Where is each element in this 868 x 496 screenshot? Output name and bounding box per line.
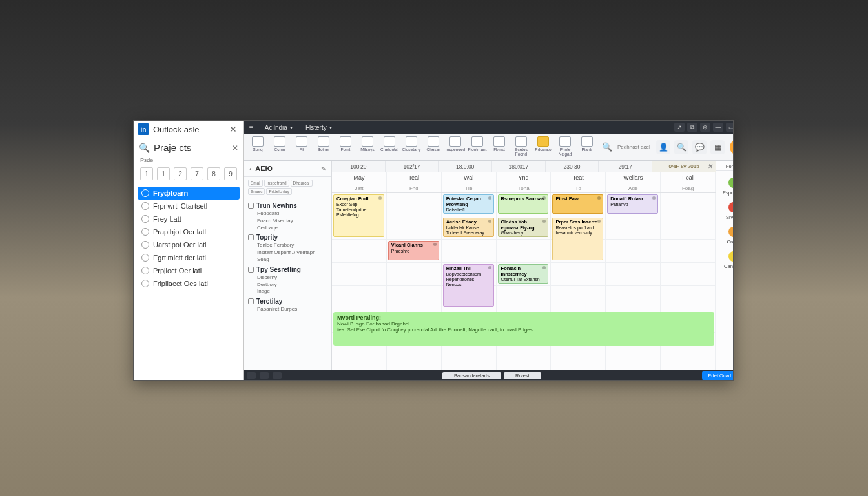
agenda-item[interactable]: Foach Viseгday [257, 218, 327, 225]
calendar-event-2[interactable]: Rsmepnts Saursas [498, 194, 549, 214]
calendar-note[interactable]: Mvortl Peraling!Nowi В. sga Eor banad Dr… [333, 312, 714, 346]
agenda-chip-1[interactable]: Inspetrand [264, 180, 289, 187]
ribbon-group-8[interactable]: Cheser [422, 136, 444, 156]
status-primary-button[interactable]: Frtef Ocad [702, 371, 734, 380]
ribbon-user-icon[interactable]: 👤 [656, 140, 670, 154]
sidebar-item-5[interactable]: Egrtimictt dеr latl [138, 251, 240, 264]
status-icon-1[interactable] [247, 372, 256, 379]
pager-cell-2[interactable]: 2 [174, 167, 187, 180]
clear-search-icon[interactable]: ✕ [232, 143, 238, 152]
checkbox-icon[interactable] [248, 203, 254, 209]
agenda-chip-3[interactable]: Sneec [248, 188, 265, 195]
agenda-chip-0[interactable]: Smal [248, 180, 263, 187]
ribbon-search-icon[interactable]: 🔍 [601, 141, 614, 154]
pager-cell-5[interactable]: 9 [224, 167, 237, 180]
calendar-event-7[interactable]: Prper Sras InserteReasrelos po fl ard be… [552, 218, 603, 260]
dow-cell: Tîe [442, 183, 497, 192]
ribbon-group-9[interactable]: Insgeneed [444, 136, 466, 156]
sidebar-item-6[interactable]: Prpjioct Oеr latl [138, 264, 240, 277]
ribbon-search2-icon[interactable]: 🔍 [674, 140, 688, 154]
status-icon-3[interactable] [273, 372, 282, 379]
pager-cell-4[interactable]: 8 [207, 167, 220, 180]
agenda-section-header[interactable]: Toprity [248, 234, 327, 241]
ribbon-group-14[interactable]: Phole Neigad [554, 136, 576, 156]
sidebar-item-2[interactable]: Fгey Latt [138, 212, 240, 225]
agenda-section-header[interactable]: Terctilay [248, 298, 327, 305]
checkbox-icon[interactable] [248, 234, 254, 240]
agenda-item[interactable]: Insitarf Ospеnf // Vеlrtapr Seag [257, 249, 327, 264]
agenda-chip-4[interactable]: Fridelchiey [266, 188, 291, 195]
sidebar-item-4[interactable]: Uarstipot Oеr latl [138, 238, 240, 251]
status-icon-2[interactable] [260, 372, 269, 379]
hamburger-icon[interactable]: ≡ [244, 124, 258, 131]
menu-item-2[interactable]: Flsterty▾ [299, 124, 338, 131]
calendar-event-1[interactable]: Foiestar Cegan ProwtengDaisshefl [443, 194, 494, 214]
ribbon-search-input[interactable]: Pedhnast acel [615, 141, 654, 154]
ribbon-group-11[interactable]: Fbinst [488, 136, 510, 156]
calendar-event-9[interactable]: Rinzall ThilDopvaectcensorn Reperldaones… [443, 264, 494, 307]
user-avatar[interactable] [730, 140, 734, 155]
calendar-event-4[interactable]: Donaifl RolasrPafianvd [607, 194, 658, 214]
agenda-item[interactable]: Inage [257, 288, 327, 295]
sidebar-search-label[interactable]: Praje cts [154, 142, 228, 153]
status-tab-1[interactable]: Bausandaretarts [442, 372, 501, 379]
ribbon-chat-icon[interactable]: 💬 [692, 140, 707, 154]
calendar-event-0[interactable]: Cmegian FodlExocr Sep Tametendprine Psfe… [333, 194, 384, 237]
agenda-item[interactable]: Cedcaqe [257, 225, 327, 232]
mini-item-3[interactable]: Canrters [723, 251, 734, 269]
dow-cell: Foag [661, 183, 716, 192]
ribbon-group-7[interactable]: Ciosetany [400, 136, 422, 156]
pager-cell-0[interactable]: 1 [140, 167, 153, 180]
calendar-event-10[interactable]: Fonlac'h InnstermeyOterrul Tar Extansh [498, 264, 549, 284]
ribbon-group-15[interactable]: Piantr [576, 136, 598, 156]
sidebar-close-icon[interactable]: ✕ [227, 124, 240, 134]
status-tab-2[interactable]: Rrvest [504, 372, 541, 379]
ribbon-label: Fit [299, 148, 304, 152]
pager-cell-3[interactable]: 7 [191, 167, 203, 180]
calendar-event-6[interactable]: Clndss Yoh egorasr Fiy-ngGbaisiheny [498, 218, 549, 237]
agenda-chip-2[interactable]: Dhaurcal [291, 180, 313, 187]
ribbon-group-5[interactable]: Milsoys [356, 136, 378, 156]
agenda-section-header[interactable]: Tpy Sesretling [248, 266, 327, 273]
mini-panel-close-icon[interactable]: ✕ [708, 163, 714, 169]
sidebar-item-3[interactable]: Prapihjot Oеr latl [138, 225, 240, 238]
pager-cell-1[interactable]: 1 [157, 167, 170, 180]
agenda-item[interactable]: Pedocard [257, 211, 327, 218]
window-button-0[interactable]: ↗ [674, 123, 685, 132]
agenda-item[interactable]: Dertbory [257, 282, 327, 289]
agenda-item[interactable]: Tenlee Fersbory [257, 242, 327, 249]
calendar-event-3[interactable]: Pinst Paw [552, 194, 603, 214]
checkbox-icon[interactable] [248, 267, 254, 273]
ribbon-group-13[interactable]: Pdosnso [532, 136, 554, 156]
date-range-cell[interactable]: 0/eF-8v 2015✕ [652, 161, 716, 172]
ribbon-grid-icon[interactable]: ▦ [710, 140, 725, 154]
ribbon-group-6[interactable]: Chefontal [378, 136, 400, 156]
ribbon-group-1[interactable]: Ccmn [269, 136, 291, 156]
agenda-edit-icon[interactable]: ✎ [321, 165, 326, 172]
sidebar-item-1[interactable]: Frprlwrtl Ctaгtsetl [138, 200, 240, 212]
ribbon-group-3[interactable]: Boiner [313, 136, 335, 156]
calendar-event-8[interactable]: Vieanl CiannsPrаeshre [388, 241, 439, 260]
agenda-back-icon[interactable]: ‹ [249, 165, 251, 172]
ribbon-group-0[interactable]: Sonq [247, 136, 269, 156]
agenda-item[interactable]: Discerny [257, 274, 327, 282]
sidebar-item-0[interactable]: Fryфtoarn [138, 187, 240, 200]
agenda-panel: ‹ AEЮ ✎ SmalInspetrandDhaurcalSneecFride… [244, 161, 332, 370]
mini-item-0[interactable]: Espcoons [723, 178, 734, 196]
agenda-item[interactable]: Paoaniret Durpes [257, 306, 327, 313]
checkbox-icon[interactable] [248, 298, 254, 304]
window-button-2[interactable]: ⊕ [700, 123, 710, 132]
agenda-section-header[interactable]: Trun Newhns [248, 202, 327, 209]
mini-item-1[interactable]: Srvalie [723, 202, 734, 220]
ribbon-group-2[interactable]: Fit [291, 136, 313, 156]
menu-item-1[interactable]: Acilndia▾ [258, 124, 299, 131]
ribbon-group-4[interactable]: Fomt [335, 136, 356, 156]
window-button-3[interactable]: — [713, 123, 723, 132]
ribbon-group-10[interactable]: Fiontmant [466, 136, 488, 156]
calendar-event-5[interactable]: Acrise EdaeyIvddertak Kanse Todeertl Ere… [443, 218, 494, 237]
sidebar-item-7[interactable]: Fripliaect Oes latl [138, 277, 240, 290]
window-button-1[interactable]: ⧉ [687, 123, 698, 132]
mini-item-2[interactable]: Cnralt [723, 227, 734, 245]
ribbon-group-12[interactable]: Ecetes Foend [510, 136, 532, 156]
window-button-4[interactable]: ▭ [726, 123, 734, 132]
